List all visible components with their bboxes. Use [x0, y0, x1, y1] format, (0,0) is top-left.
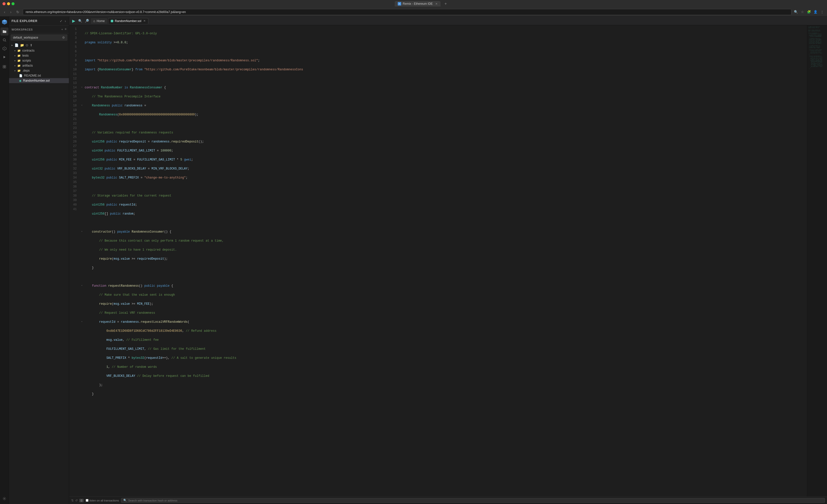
sidebar-item-deploy[interactable] — [0, 53, 8, 61]
reload-button[interactable]: ↻ — [15, 9, 21, 14]
file-randomnumber-sol[interactable]: ◉ RandomNumber.sol — [9, 78, 69, 83]
listen-checkbox-row[interactable]: listen on all transactions — [86, 499, 119, 502]
code-line-8: // The Randomness Precompile Interface — [79, 94, 807, 99]
code-line-17: bytes32 public SALT_PREFIX = "change-me-… — [79, 175, 807, 180]
traffic-lights — [2, 2, 14, 5]
code-line-20: uint256 public requestId; — [79, 203, 807, 207]
code-line-39: VRF_BLOCKS_DELAY // Delay before request… — [79, 374, 807, 378]
checkmark-icon[interactable]: ✓ — [59, 18, 63, 23]
browser-tab[interactable]: R Remix - Ethereum IDE ✕ — [395, 1, 441, 6]
fold-arrow[interactable]: ▾ — [81, 230, 85, 234]
code-line-31: require(msg.value >= MIN_FEE); — [79, 302, 807, 306]
workspace-name: default_workspace — [13, 36, 38, 39]
folder-caret-icon: ▸ — [14, 64, 16, 67]
folder-artifacts[interactable]: ▸ 📁 artifacts — [9, 63, 69, 68]
fold-arrow — [81, 203, 85, 203]
bookmark-icon[interactable]: ☆ — [800, 9, 805, 14]
sidebar-item-search[interactable] — [0, 36, 8, 44]
fold-arrow — [81, 311, 85, 311]
up-down-icon[interactable]: ⇅ — [71, 499, 74, 502]
address-input[interactable] — [23, 9, 791, 15]
code-line-25: // We only need to have 1 required depos… — [79, 247, 807, 252]
code-content[interactable]: // SPDX-License-Identifier: GPL-3.0-only… — [79, 25, 807, 497]
file-name: RandomNumber.sol — [23, 79, 50, 82]
fold-arrow — [81, 76, 85, 77]
tab-close-icon[interactable]: ✕ — [143, 19, 146, 22]
file-explorer-title: FILE EXPLORER — [11, 19, 37, 23]
folder-name: .deps — [22, 69, 30, 72]
folder-icon: 📁 — [17, 49, 21, 52]
main-app: S FILE EXPLORER ✓ — [0, 16, 827, 504]
workspace-settings-icon[interactable]: ⚙ — [62, 36, 65, 39]
fold-arrow — [81, 112, 85, 113]
github-icon[interactable]: ⊙ — [26, 43, 28, 47]
folder-deps[interactable]: ▸ 📁 .deps — [9, 68, 69, 73]
refresh-icon[interactable]: ↺ — [75, 499, 78, 502]
add-workspace-icon[interactable]: ＋ — [61, 27, 64, 32]
search-toolbar-icon[interactable]: 🔍 — [793, 9, 798, 14]
run-button[interactable]: ▶ — [71, 18, 77, 23]
sidebar-item-file-explorer[interactable] — [0, 27, 8, 36]
svg-marker-4 — [3, 56, 5, 58]
extensions-icon[interactable]: 🧩 — [807, 9, 812, 14]
fold-arrow — [81, 121, 85, 122]
browser-tab-label: Remix - Ethereum IDE — [403, 2, 433, 5]
code-line-9: ▾ Randomness public randomness = — [79, 103, 807, 108]
sidebar-item-solidity-compiler[interactable]: S — [0, 45, 8, 53]
fold-arrow[interactable]: ▾ — [81, 320, 85, 324]
chevron-right-icon[interactable]: › — [64, 18, 66, 23]
editor-zoom-out-icon[interactable]: 🔎 — [84, 18, 90, 23]
addressbar: ‹ › ↻ 🔍 ☆ 🧩 👤 ⋮ — [0, 7, 827, 16]
maximize-window-btn[interactable] — [11, 2, 14, 5]
fold-arrow[interactable]: ▾ — [81, 103, 85, 107]
back-button[interactable]: ‹ — [2, 9, 7, 14]
editor-search-icon[interactable]: 🔍 — [77, 18, 83, 23]
folder-tests[interactable]: ▸ 📁 tests — [9, 53, 69, 58]
fold-arrow[interactable]: ▾ — [81, 86, 85, 90]
caret-icon: ▸ — [11, 44, 13, 47]
settings-menu-icon[interactable]: ⋮ — [820, 9, 825, 14]
fold-arrow[interactable]: ▾ — [81, 284, 85, 288]
remix-logo — [0, 18, 8, 26]
titlebar: R Remix - Ethereum IDE ✕ + — [0, 0, 827, 7]
upload-icon[interactable]: ⬆ — [30, 43, 33, 47]
svg-rect-7 — [3, 67, 4, 68]
listen-checkbox[interactable] — [86, 499, 89, 502]
fold-arrow — [81, 239, 85, 239]
svg-text:S: S — [4, 48, 5, 50]
profile-icon[interactable]: 👤 — [813, 9, 818, 14]
browser-tab-close[interactable]: ✕ — [435, 2, 438, 5]
workspace-selector[interactable]: default_workspace ⚙ — [10, 34, 67, 41]
file-readme[interactable]: 📄 README.txt — [9, 73, 69, 78]
hamburger-icon[interactable]: ≡ — [65, 27, 66, 32]
tab-randomnumber-sol[interactable]: RandomNumber.sol ✕ — [108, 18, 148, 24]
fold-arrow — [81, 293, 85, 293]
forward-button[interactable]: › — [9, 9, 13, 14]
folder-caret-icon: ▸ — [14, 54, 16, 57]
fold-arrow — [81, 31, 85, 32]
tab-sol-label: RandomNumber.sol — [115, 19, 141, 23]
minimap-content: // SPDX-License-Identifier pragma solidi… — [807, 25, 827, 70]
sidebar-item-settings[interactable] — [0, 495, 8, 503]
transaction-search-input[interactable] — [128, 499, 823, 502]
svg-point-9 — [4, 498, 5, 499]
minimize-window-btn[interactable] — [7, 2, 10, 5]
editor-area: ▶ 🔍 🔎 ⌂ Home RandomNumber.sol ✕ 12345 67… — [69, 16, 827, 504]
tab-home[interactable]: ⌂ Home — [91, 18, 107, 24]
code-line-33: ▾ requestId = randomness.requestLocalVRF… — [79, 320, 807, 324]
code-line-11 — [79, 121, 807, 126]
new-tab-button[interactable]: + — [443, 1, 448, 6]
code-line-32: // Request local VRF randomness — [79, 311, 807, 315]
code-line-15: uint256 public MIN_FEE = FULFILLMENT_GAS… — [79, 158, 807, 162]
new-folder-icon[interactable]: 📁 — [20, 43, 24, 47]
minimap: // SPDX-License-Identifier pragma solidi… — [807, 25, 827, 497]
folder-scripts[interactable]: ▸ 📁 scripts — [9, 58, 69, 63]
folder-contracts[interactable]: ▸ 📁 contracts — [9, 48, 69, 53]
close-window-btn[interactable] — [2, 2, 5, 5]
code-line-13: uint256 public requiredDeposit = randomn… — [79, 139, 807, 144]
new-file-icon[interactable]: 📄 — [14, 43, 18, 47]
sidebar-item-plugin-manager[interactable] — [0, 63, 8, 71]
file-explorer-panel: FILE EXPLORER ✓ › WORKSPACES ＋ ≡ default… — [9, 16, 69, 504]
folder-caret-icon: ▸ — [14, 49, 16, 52]
browser-tab-bar: R Remix - Ethereum IDE ✕ + — [18, 1, 825, 6]
